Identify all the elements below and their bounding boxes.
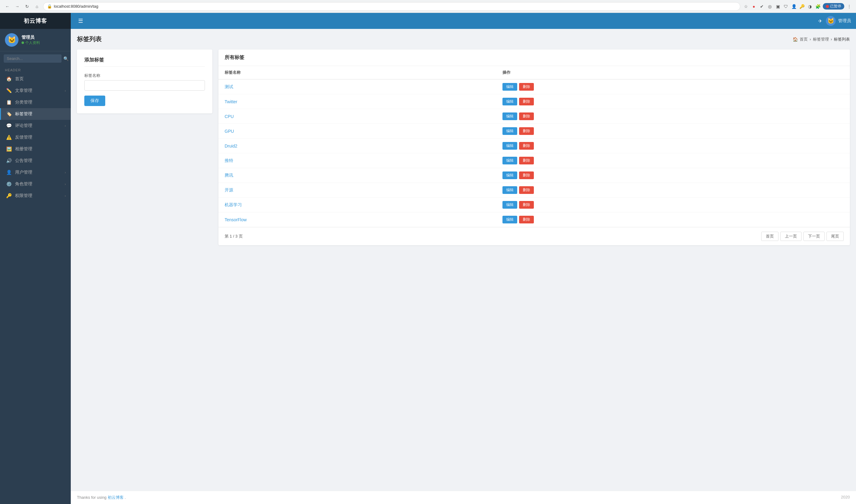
categories-icon: 📋 bbox=[6, 100, 12, 105]
topnav-user[interactable]: 🐱 管理员 bbox=[826, 16, 851, 26]
sidebar-item-label: 评论管理 bbox=[15, 123, 62, 128]
feedback-icon: ⚠️ bbox=[6, 134, 12, 140]
tag-link[interactable]: 测试 bbox=[225, 84, 233, 89]
edit-button[interactable]: 编辑 bbox=[502, 201, 517, 209]
send-icon[interactable]: ✈ bbox=[818, 18, 822, 24]
delete-button[interactable]: 删除 bbox=[519, 142, 534, 150]
edit-button[interactable]: 编辑 bbox=[502, 127, 517, 135]
sidebar-item-articles[interactable]: ✏️ 文章管理 › bbox=[0, 85, 71, 96]
tag-link[interactable]: GPU bbox=[225, 129, 234, 134]
edit-button[interactable]: 编辑 bbox=[502, 83, 517, 91]
profile-link-text: 个人资料 bbox=[25, 40, 40, 46]
sidebar-item-label: 角色管理 bbox=[15, 181, 62, 187]
tag-link[interactable]: 开源 bbox=[225, 187, 233, 192]
menu-toggle-button[interactable]: ☰ bbox=[76, 16, 86, 25]
tags-panel: 所有标签 标签名称 操作 测试 编辑 bbox=[219, 50, 850, 245]
sidebar-item-tags[interactable]: 🏷️ 标签管理 bbox=[0, 108, 71, 120]
chevron-right-icon: › bbox=[65, 194, 66, 198]
ext2-icon[interactable]: ◎ bbox=[767, 3, 773, 10]
sidebar-item-feedback[interactable]: ⚠️ 反馈管理 bbox=[0, 131, 71, 143]
bookmark-icon[interactable]: ☆ bbox=[743, 3, 749, 10]
online-dot bbox=[21, 41, 24, 44]
breadcrumb-parent[interactable]: 标签管理 bbox=[813, 37, 829, 42]
delete-button[interactable]: 删除 bbox=[519, 216, 534, 223]
sidebar-item-label: 文章管理 bbox=[15, 88, 62, 93]
sidebar-item-categories[interactable]: 📋 分类管理 bbox=[0, 96, 71, 108]
ext8-icon[interactable]: 🧩 bbox=[815, 3, 821, 10]
table-row: GPU 编辑 删除 bbox=[219, 124, 850, 139]
delete-button[interactable]: 删除 bbox=[519, 83, 534, 91]
sidebar-item-home[interactable]: 🏠 首页 bbox=[0, 73, 71, 85]
opera-icon[interactable]: ● bbox=[751, 3, 757, 10]
back-button[interactable]: ← bbox=[4, 3, 11, 10]
delete-button[interactable]: 删除 bbox=[519, 172, 534, 179]
ext4-icon[interactable]: 🛡 bbox=[783, 3, 789, 10]
tag-link[interactable]: 腾讯 bbox=[225, 173, 233, 178]
sidebar-item-label: 反馈管理 bbox=[15, 134, 66, 140]
footer-brand-link[interactable]: 初云博客 bbox=[108, 495, 124, 500]
sidebar-item-label: 公告管理 bbox=[15, 158, 66, 163]
ext6-icon[interactable]: 🔑 bbox=[799, 3, 805, 10]
ext7-icon[interactable]: ◑ bbox=[807, 3, 813, 10]
next-page-button[interactable]: 下一页 bbox=[803, 232, 825, 241]
delete-button[interactable]: 删除 bbox=[519, 157, 534, 164]
tag-name-cell: 推特 bbox=[219, 154, 496, 168]
table-row: 推特 编辑 删除 bbox=[219, 154, 850, 168]
delete-button[interactable]: 删除 bbox=[519, 186, 534, 194]
ext1-icon[interactable]: ✔ bbox=[759, 3, 765, 10]
tag-link[interactable]: Druid2 bbox=[225, 144, 237, 148]
tag-name-input[interactable] bbox=[84, 80, 205, 91]
sidebar-item-users[interactable]: 👤 用户管理 › bbox=[0, 166, 71, 178]
chevron-right-icon: › bbox=[65, 89, 66, 92]
tag-action-cell: 编辑 删除 bbox=[496, 212, 850, 227]
prev-page-button[interactable]: 上一页 bbox=[780, 232, 802, 241]
table-row: Druid2 编辑 删除 bbox=[219, 139, 850, 154]
edit-button[interactable]: 编辑 bbox=[502, 216, 517, 223]
menu-dots-icon[interactable]: ⋮ bbox=[846, 3, 852, 10]
ext5-icon[interactable]: 👤 bbox=[791, 3, 797, 10]
last-page-button[interactable]: 尾页 bbox=[826, 232, 844, 241]
delete-button[interactable]: 删除 bbox=[519, 112, 534, 120]
forward-button[interactable]: → bbox=[14, 3, 21, 10]
reload-button[interactable]: ↻ bbox=[23, 3, 31, 10]
tag-link[interactable]: Twitter bbox=[225, 99, 237, 104]
profile-link[interactable]: 个人资料 bbox=[21, 40, 40, 46]
sidebar-item-albums[interactable]: 🖼️ 相册管理 bbox=[0, 143, 71, 155]
tag-link[interactable]: CPU bbox=[225, 114, 234, 119]
sidebar-item-comments[interactable]: 💬 评论管理 › bbox=[0, 120, 71, 131]
table-row: TensorFlow 编辑 删除 bbox=[219, 212, 850, 227]
tag-link[interactable]: TensorFlow bbox=[225, 217, 247, 222]
tag-link[interactable]: 推特 bbox=[225, 158, 233, 163]
home-nav-button[interactable]: ⌂ bbox=[33, 3, 40, 10]
edit-button[interactable]: 编辑 bbox=[502, 142, 517, 150]
sidebar-item-roles[interactable]: ⚙️ 角色管理 › bbox=[0, 178, 71, 190]
breadcrumb-home[interactable]: 首页 bbox=[800, 37, 808, 42]
edit-button[interactable]: 编辑 bbox=[502, 172, 517, 179]
sidebar-search: 🔍 bbox=[0, 51, 71, 66]
chevron-right-icon: › bbox=[65, 170, 66, 174]
search-input[interactable] bbox=[4, 54, 62, 63]
pagination-buttons: 首页 上一页 下一页 尾页 bbox=[761, 232, 844, 241]
breadcrumb-sep1: › bbox=[809, 37, 811, 41]
delete-button[interactable]: 删除 bbox=[519, 201, 534, 209]
sidebar-item-permissions[interactable]: 🔑 权限管理 › bbox=[0, 190, 71, 202]
edit-button[interactable]: 编辑 bbox=[502, 112, 517, 120]
page-title: 标签列表 bbox=[77, 35, 102, 43]
edit-button[interactable]: 编辑 bbox=[502, 98, 517, 105]
sidebar-item-notices[interactable]: 🔊 公告管理 bbox=[0, 155, 71, 166]
delete-button[interactable]: 删除 bbox=[519, 127, 534, 135]
profile-badge[interactable]: 已暂停 bbox=[823, 3, 844, 10]
edit-button[interactable]: 编辑 bbox=[502, 157, 517, 164]
search-button[interactable]: 🔍 bbox=[63, 56, 69, 61]
edit-button[interactable]: 编辑 bbox=[502, 186, 517, 194]
first-page-button[interactable]: 首页 bbox=[761, 232, 778, 241]
ext3-icon[interactable]: ▣ bbox=[775, 3, 781, 10]
delete-button[interactable]: 删除 bbox=[519, 98, 534, 105]
address-bar[interactable]: 🔒 localhost:8080/admin/tag bbox=[43, 2, 740, 11]
browser-bar: ← → ↻ ⌂ 🔒 localhost:8080/admin/tag ☆ ● ✔… bbox=[0, 0, 856, 13]
users-icon: 👤 bbox=[6, 169, 12, 175]
tag-link[interactable]: 机器学习 bbox=[225, 202, 242, 207]
save-button[interactable]: 保存 bbox=[84, 95, 105, 106]
comments-icon: 💬 bbox=[6, 123, 12, 128]
action-buttons: 编辑 删除 bbox=[502, 142, 844, 150]
